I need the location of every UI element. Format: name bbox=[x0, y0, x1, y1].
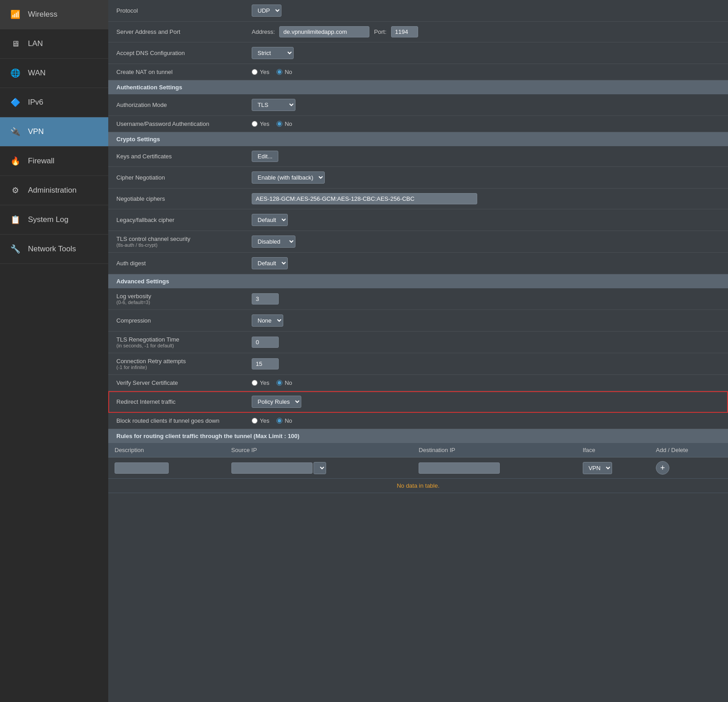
compression-control: None LZ4 LZO bbox=[244, 310, 728, 332]
verify-server-cert-no-label[interactable]: No bbox=[276, 379, 292, 386]
auth-mode-control: TLS Static Key bbox=[244, 94, 728, 116]
create-nat-no-radio[interactable] bbox=[276, 69, 282, 75]
compression-select[interactable]: None LZ4 LZO bbox=[252, 314, 283, 327]
sidebar-item-firewall[interactable]: 🔥 Firewall bbox=[0, 147, 108, 176]
username-password-label: Username/Password Authentication bbox=[108, 116, 244, 132]
negotiable-ciphers-input[interactable] bbox=[252, 193, 477, 204]
crypto-settings-header: Crypto Settings bbox=[108, 132, 728, 147]
routing-iface-select[interactable]: VPN bbox=[583, 462, 612, 474]
keys-certs-edit-button[interactable]: Edit... bbox=[252, 151, 278, 162]
tls-renegotiation-row: TLS Renegotiation Time (in seconds, -1 f… bbox=[108, 332, 728, 353]
routing-destination-ip-input[interactable] bbox=[419, 462, 500, 474]
sidebar-item-administration[interactable]: ⚙ Administration bbox=[0, 176, 108, 205]
sidebar: 📶 Wireless 🖥 LAN 🌐 WAN 🔷 IPv6 🔌 VPN 🔥 Fi… bbox=[0, 0, 108, 702]
administration-icon: ⚙ bbox=[9, 184, 22, 197]
verify-server-cert-no-radio[interactable] bbox=[276, 380, 282, 386]
cipher-negotiation-label: Cipher Negotiation bbox=[108, 167, 244, 189]
sidebar-item-label: Wireless bbox=[28, 10, 57, 19]
port-input[interactable] bbox=[391, 26, 418, 37]
network-tools-icon: 🔧 bbox=[9, 243, 22, 255]
verify-server-cert-yes-radio[interactable] bbox=[252, 380, 258, 386]
block-routed-yes-label[interactable]: Yes bbox=[252, 417, 269, 424]
address-input[interactable] bbox=[279, 26, 369, 37]
auth-mode-select[interactable]: TLS Static Key bbox=[252, 99, 295, 111]
auth-digest-row: Auth digest Default bbox=[108, 253, 728, 274]
legacy-fallback-label: Legacy/fallback cipher bbox=[108, 209, 244, 231]
username-password-yes-radio[interactable] bbox=[252, 121, 258, 127]
tls-renegotiation-input[interactable] bbox=[252, 337, 279, 348]
routing-description-input[interactable] bbox=[115, 462, 169, 474]
log-verbosity-label: Log verbosity (0-6, default=3) bbox=[108, 288, 244, 310]
sidebar-item-system-log[interactable]: 📋 System Log bbox=[0, 205, 108, 235]
log-verbosity-control bbox=[244, 288, 728, 310]
routing-source-ip-cell: ▼ bbox=[225, 457, 413, 479]
create-nat-yes-radio[interactable] bbox=[252, 69, 258, 75]
redirect-internet-select[interactable]: Policy Rules All None bbox=[252, 396, 301, 408]
vpn-form-table: Protocol UDP TCP Server Address and Port… bbox=[108, 0, 728, 443]
cipher-negotiation-select[interactable]: Enable (with fallback) Enable Disabled bbox=[252, 171, 325, 184]
lan-icon: 🖥 bbox=[9, 37, 22, 50]
create-nat-yes-label[interactable]: Yes bbox=[252, 69, 269, 75]
verify-server-cert-yes-label[interactable]: Yes bbox=[252, 379, 269, 386]
system-log-icon: 📋 bbox=[9, 213, 22, 226]
vpn-icon: 🔌 bbox=[9, 125, 22, 138]
verify-server-cert-label: Verify Server Certificate bbox=[108, 375, 244, 391]
sidebar-item-ipv6[interactable]: 🔷 IPv6 bbox=[0, 88, 108, 117]
connection-retry-input[interactable] bbox=[252, 358, 279, 369]
server-address-row: Server Address and Port Address: Port: bbox=[108, 22, 728, 42]
server-address-control: Address: Port: bbox=[244, 22, 728, 42]
sidebar-item-vpn[interactable]: 🔌 VPN bbox=[0, 117, 108, 147]
accept-dns-select[interactable]: Strict None Allow Exclusive bbox=[252, 47, 294, 59]
tls-renegotiation-sublabel: (in seconds, -1 for default) bbox=[116, 343, 235, 348]
username-password-yes-label[interactable]: Yes bbox=[252, 120, 269, 127]
routing-source-ip-select[interactable]: ▼ bbox=[313, 462, 326, 474]
protocol-row: Protocol UDP TCP bbox=[108, 0, 728, 22]
block-routed-yes-radio[interactable] bbox=[252, 418, 258, 424]
legacy-fallback-select[interactable]: Default bbox=[252, 214, 288, 226]
routing-add-delete-cell: + bbox=[650, 457, 728, 479]
verify-server-cert-radio-group: Yes No bbox=[252, 379, 720, 386]
verify-server-cert-row: Verify Server Certificate Yes No bbox=[108, 375, 728, 391]
routing-col-iface: Iface bbox=[576, 443, 650, 457]
routing-col-description: Description bbox=[108, 443, 225, 457]
sidebar-item-wan[interactable]: 🌐 WAN bbox=[0, 59, 108, 88]
tls-renegotiation-control bbox=[244, 332, 728, 353]
username-password-control: Yes No bbox=[244, 116, 728, 132]
protocol-select[interactable]: UDP TCP bbox=[252, 5, 281, 17]
accept-dns-label: Accept DNS Configuration bbox=[108, 42, 244, 64]
accept-dns-row: Accept DNS Configuration Strict None All… bbox=[108, 42, 728, 64]
create-nat-control: Yes No bbox=[244, 64, 728, 80]
crypto-settings-header-row: Crypto Settings bbox=[108, 132, 728, 147]
auth-digest-select[interactable]: Default bbox=[252, 257, 288, 269]
ipv6-icon: 🔷 bbox=[9, 96, 22, 109]
sidebar-item-label: IPv6 bbox=[28, 98, 43, 107]
negotiable-ciphers-control bbox=[244, 189, 728, 209]
sidebar-item-lan[interactable]: 🖥 LAN bbox=[0, 29, 108, 59]
redirect-internet-label: Redirect Internet traffic bbox=[108, 391, 244, 413]
server-address-label: Server Address and Port bbox=[108, 22, 244, 42]
auth-settings-header: Authentication Settings bbox=[108, 80, 728, 95]
username-password-no-radio[interactable] bbox=[276, 121, 282, 127]
create-nat-no-label[interactable]: No bbox=[276, 69, 292, 75]
sidebar-item-label: Network Tools bbox=[28, 245, 76, 254]
auth-settings-header-row: Authentication Settings bbox=[108, 80, 728, 95]
sidebar-item-network-tools[interactable]: 🔧 Network Tools bbox=[0, 235, 108, 264]
routing-source-ip-input[interactable] bbox=[231, 462, 313, 474]
legacy-fallback-row: Legacy/fallback cipher Default bbox=[108, 209, 728, 231]
keys-certs-row: Keys and Certificates Edit... bbox=[108, 146, 728, 167]
sidebar-item-wireless[interactable]: 📶 Wireless bbox=[0, 0, 108, 29]
routing-no-data-row: No data in table. bbox=[108, 479, 728, 493]
username-password-no-label[interactable]: No bbox=[276, 120, 292, 127]
address-group: Address: Port: bbox=[252, 26, 720, 37]
wireless-icon: 📶 bbox=[9, 8, 22, 21]
create-nat-radio-group: Yes No bbox=[252, 69, 720, 75]
log-verbosity-input[interactable] bbox=[252, 293, 279, 305]
block-routed-no-radio[interactable] bbox=[276, 418, 282, 424]
wan-icon: 🌐 bbox=[9, 67, 22, 79]
block-routed-no-label[interactable]: No bbox=[276, 417, 292, 424]
keys-certs-label: Keys and Certificates bbox=[108, 146, 244, 167]
routing-add-button[interactable]: + bbox=[656, 461, 669, 475]
tls-channel-select[interactable]: Disabled TLS Auth TLS Crypt bbox=[252, 236, 295, 248]
protocol-label: Protocol bbox=[108, 0, 244, 22]
routing-col-destination-ip: Destination IP bbox=[412, 443, 576, 457]
